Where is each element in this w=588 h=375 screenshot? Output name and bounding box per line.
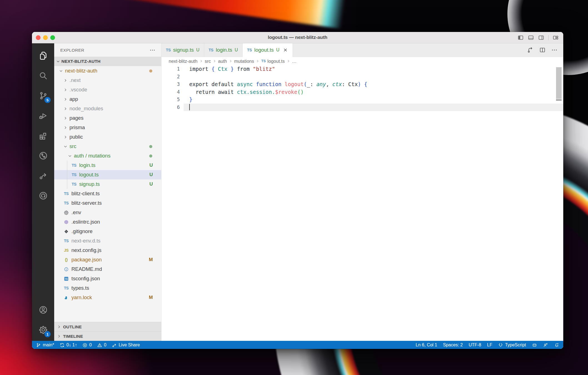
run-and-debug-icon	[38, 111, 48, 121]
person-feedback-icon	[543, 342, 548, 348]
tree-item-src[interactable]: src	[54, 142, 161, 151]
breadcrumb-item[interactable]: auth	[218, 59, 227, 64]
layout-sidebar-right-icon[interactable]	[538, 34, 544, 41]
tree-item-logout.ts[interactable]: TSlogout.tsU	[54, 170, 161, 179]
activity-item-settings[interactable]: 1	[32, 320, 54, 340]
status-item-notifications[interactable]	[554, 342, 559, 348]
tree-item-.next[interactable]: .next	[54, 76, 161, 85]
status-item-errors-count[interactable]: 0	[82, 342, 92, 348]
tree-item-label: types.ts	[71, 285, 89, 291]
status-item-live-share-status[interactable]: Live Share	[112, 342, 140, 348]
status-item-eol[interactable]: LF	[487, 342, 492, 348]
git-modified-dot-badge	[149, 69, 152, 72]
layout-sidebar-left-icon[interactable]	[517, 34, 524, 41]
tree-item-login.ts[interactable]: TSlogin.tsU	[54, 161, 161, 170]
tree-item-yarn.lock[interactable]: yarn.lockM	[54, 293, 161, 302]
tree-item-node-modules[interactable]: node_modules	[54, 104, 161, 113]
chevron-right-icon	[63, 125, 68, 130]
breadcrumb-item[interactable]: …	[292, 59, 297, 64]
tree-item-label: tsconfig.json	[71, 276, 100, 282]
section-timeline[interactable]: TIMELINE	[54, 331, 161, 341]
tree-item-label: node_modules	[69, 106, 103, 112]
split-editor-icon[interactable]	[539, 47, 546, 53]
tree-item-blitz-server.ts[interactable]: TSblitz-server.ts	[54, 198, 161, 208]
typescript-file-icon: TS	[70, 172, 78, 177]
status-item-encoding[interactable]: UTF-8	[469, 342, 481, 348]
tab-git-status: U	[276, 48, 280, 52]
tree-item-README.md[interactable]: README.md	[54, 264, 161, 274]
tree-item-.vscode[interactable]: .vscode	[54, 85, 161, 94]
activity-item-source-control[interactable]: 5	[32, 86, 54, 106]
tree-item-.eslintrc.json[interactable]: .eslintrc.json	[54, 217, 161, 227]
customize-layout-icon[interactable]	[552, 34, 559, 41]
sidebar-bottom-sections: OUTLINETIMELINE	[54, 322, 161, 341]
breadcrumb-item[interactable]: next-blitz-auth	[169, 59, 198, 64]
code-editor[interactable]: 1 import { Ctx } from "blitz" 2 3 export…	[161, 65, 563, 341]
breadcrumb-label: logout.ts	[267, 59, 285, 64]
tree-item-signup.ts[interactable]: TSsignup.tsU	[54, 179, 161, 189]
minimize-window-button[interactable]	[43, 35, 48, 40]
zoom-window-button[interactable]	[50, 35, 55, 40]
status-item-sync-status[interactable]: 0↓ 1↑	[59, 342, 77, 348]
tree-item-prisma[interactable]: prisma	[54, 123, 161, 132]
tree-item-public[interactable]: public	[54, 132, 161, 142]
code-token: $revoke	[275, 89, 297, 95]
workspace-section-header[interactable]: NEXT-BLITZ-AUTH	[54, 57, 161, 66]
source-control-badge: 5	[44, 97, 51, 103]
scrollbar-thumb[interactable]	[556, 67, 562, 99]
status-item-language-mode[interactable]: TypeScript	[498, 342, 526, 348]
status-item-copilot-status[interactable]	[532, 342, 537, 348]
line-number: 4	[161, 88, 180, 96]
tree-item-blitz-client.ts[interactable]: TSblitz-client.ts	[54, 189, 161, 198]
tree-item-auth-mutations[interactable]: auth / mutations	[54, 151, 161, 161]
tree-item-app[interactable]: app	[54, 94, 161, 104]
chevron-down-icon	[56, 59, 61, 64]
editor-scrollbar[interactable]	[556, 65, 562, 341]
breadcrumb-item[interactable]: src	[205, 59, 211, 64]
tree-item-next.config.js[interactable]: JSnext.config.js	[54, 246, 161, 255]
git-file-icon	[63, 229, 70, 234]
tree-item-next-env.d.ts[interactable]: TSnext-env.d.ts	[54, 236, 161, 246]
breadcrumb-label: …	[292, 59, 297, 64]
breadcrumb-label: next-blitz-auth	[169, 59, 198, 64]
git-untracked-dot-badge	[149, 145, 152, 148]
activity-item-live-share[interactable]	[32, 166, 54, 186]
tree-item-next-blitz-auth[interactable]: next-blitz-auth	[54, 66, 161, 76]
more-actions-icon[interactable]	[149, 47, 156, 53]
activity-item-explorer[interactable]	[32, 46, 54, 66]
tree-item-pages[interactable]: pages	[54, 113, 161, 123]
status-item-cursor-position[interactable]: Ln 6, Col 1	[416, 342, 437, 348]
tree-item-.gitignore[interactable]: .gitignore	[54, 227, 161, 236]
status-item-feedback[interactable]	[543, 342, 548, 348]
activity-item-github[interactable]	[32, 186, 54, 206]
section-outline[interactable]: OUTLINE	[54, 322, 161, 331]
warning-icon	[97, 342, 102, 348]
more-horizontal-icon[interactable]	[551, 47, 558, 53]
close-window-button[interactable]	[36, 35, 41, 40]
breadcrumb-item[interactable]: TSlogout.ts	[261, 59, 285, 64]
git-status-badge: M	[149, 257, 153, 262]
status-item-indentation[interactable]: Spaces: 2	[443, 342, 463, 348]
breadcrumb-item[interactable]: mutations	[234, 59, 254, 64]
activity-item-accounts[interactable]	[32, 300, 54, 320]
title-bar[interactable]: logout.ts — next-blitz-auth	[32, 32, 563, 43]
tab-logout.ts[interactable]: TS logout.ts U	[243, 43, 293, 57]
chevron-right-icon	[63, 97, 68, 102]
tab-signup.ts[interactable]: TS signup.ts U	[161, 43, 204, 57]
tree-item-tsconfig.json[interactable]: TStsconfig.json	[54, 274, 161, 283]
open-changes-icon[interactable]	[527, 47, 534, 53]
status-item-branch-status[interactable]: main*	[36, 342, 54, 348]
activity-item-extensions[interactable]	[32, 126, 54, 146]
tree-item-.env[interactable]: .env	[54, 208, 161, 217]
code-token: ctx	[332, 81, 342, 87]
tree-item-package.json[interactable]: {}package.jsonM	[54, 255, 161, 264]
tree-item-types.ts[interactable]: TStypes.ts	[54, 283, 161, 293]
activity-item-run-and-debug[interactable]	[32, 106, 54, 126]
code-token	[253, 81, 256, 87]
activity-item-commit-graph[interactable]	[32, 146, 54, 166]
status-item-warnings-count[interactable]: 0	[97, 342, 106, 348]
activity-item-search[interactable]	[32, 66, 54, 86]
layout-panel-icon[interactable]	[528, 34, 534, 41]
close-icon[interactable]	[283, 47, 288, 53]
tab-login.ts[interactable]: TS login.ts U	[204, 43, 243, 57]
